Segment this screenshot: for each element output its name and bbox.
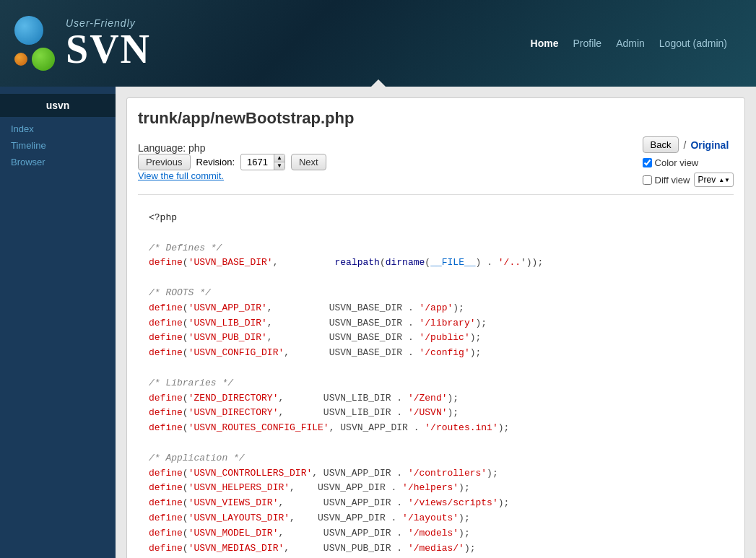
color-view-text: Color view (655, 157, 699, 168)
back-button[interactable]: Back (643, 136, 679, 153)
color-view-row: Color view (643, 157, 734, 168)
toolbar: Language: php Previous Revision: ▲ ▼ Ne (138, 136, 734, 195)
circle-green-icon (32, 48, 55, 71)
header-nav: Home Profile Admin Logout (admin) (531, 38, 727, 49)
revision-down-button[interactable]: ▼ (274, 162, 284, 170)
main-layout: usvn Index Timeline Browser trunk/app/ne… (0, 87, 756, 558)
previous-button[interactable]: Previous (138, 154, 191, 170)
logo-circles (14, 16, 55, 71)
header: User-Friendly SVN Home Profile Admin Log… (0, 0, 756, 87)
nav-admin[interactable]: Admin (616, 38, 645, 49)
language-label: Language: php (138, 142, 205, 154)
sidebar-title: usvn (0, 94, 116, 117)
logo-svn: SVN (66, 29, 151, 69)
content-inner: trunk/app/newBootstrap.php Language: php… (126, 97, 745, 558)
diff-view-checkbox[interactable] (643, 175, 652, 185)
page-title: trunk/app/newBootstrap.php (138, 109, 734, 128)
revision-input-group: ▲ ▼ (240, 154, 285, 170)
diff-view-text: Diff view (655, 175, 690, 186)
color-view-label: Color view (643, 157, 699, 168)
nav-home[interactable]: Home (531, 38, 559, 49)
revision-label: Revision: (196, 157, 235, 167)
circle-orange-icon (14, 53, 27, 66)
next-button[interactable]: Next (291, 154, 326, 170)
toolbar-commit-row: View the full commit. (138, 170, 326, 181)
slash-separator: / (683, 139, 686, 151)
circle-blue-icon (14, 16, 43, 45)
logo-area: User-Friendly SVN (14, 16, 151, 71)
prev-text: Prev (698, 175, 716, 185)
toolbar-revision-row: Previous Revision: ▲ ▼ Next (138, 154, 326, 170)
diff-prev-select[interactable]: Prev ▲▼ (694, 173, 734, 187)
nav-logout[interactable]: Logout (admin) (659, 38, 727, 49)
sidebar-item-index[interactable]: Index (0, 121, 116, 137)
original-link[interactable]: Original (690, 139, 729, 151)
diff-view-row: Diff view Prev ▲▼ (643, 173, 734, 187)
toolbar-right: Back / Original Color view Diff vie (643, 136, 734, 187)
color-view-checkbox[interactable] (643, 158, 652, 167)
nav-profile[interactable]: Profile (573, 38, 601, 49)
code-container: <?php /* Defines */define('USVN_BASE_DIR… (138, 204, 734, 558)
back-original-row: Back / Original (643, 136, 734, 153)
nav-separator (371, 79, 386, 87)
sidebar-item-timeline[interactable]: Timeline (0, 137, 116, 154)
circle-row (14, 48, 55, 71)
toolbar-top-row: Language: php (138, 142, 326, 154)
content-area: trunk/app/newBootstrap.php Language: php… (116, 87, 756, 558)
sidebar: usvn Index Timeline Browser (0, 87, 116, 558)
revision-field[interactable] (241, 155, 274, 169)
diff-view-label: Diff view (643, 175, 690, 186)
sidebar-item-browser[interactable]: Browser (0, 154, 116, 170)
revision-spinners: ▲ ▼ (274, 154, 284, 169)
prev-spinner-icon: ▲▼ (718, 177, 730, 183)
revision-up-button[interactable]: ▲ (274, 154, 284, 162)
logo-text: User-Friendly SVN (66, 17, 151, 69)
toolbar-left: Language: php Previous Revision: ▲ ▼ Ne (138, 142, 326, 181)
commit-link[interactable]: View the full commit. (138, 170, 224, 181)
